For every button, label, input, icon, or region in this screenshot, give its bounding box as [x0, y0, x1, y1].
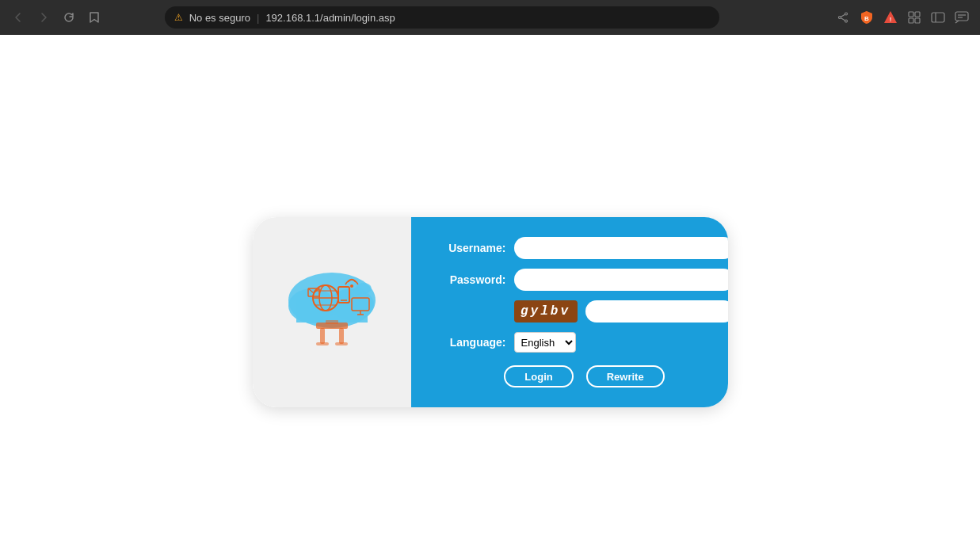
username-row: Username:	[435, 237, 728, 259]
svg-line-4	[841, 18, 845, 21]
svg-rect-40	[316, 342, 329, 345]
svg-text:!: !	[890, 16, 892, 23]
captcha-text: gylbv	[521, 304, 570, 319]
rewrite-button[interactable]: Rewrite	[586, 365, 665, 387]
url-display: 192.168.1.1/admin/login.asp	[265, 12, 395, 24]
captcha-row: gylbv	[435, 300, 728, 323]
back-button[interactable]	[10, 9, 27, 26]
url-separator: |	[257, 12, 259, 24]
cloud-illustration	[269, 249, 395, 376]
browser-right-icons: B !	[834, 9, 970, 26]
captcha-input[interactable]	[585, 300, 728, 323]
svg-point-32	[353, 287, 363, 295]
svg-point-30	[350, 284, 353, 288]
svg-point-0	[845, 13, 847, 15]
svg-rect-38	[320, 328, 325, 344]
vpn-button[interactable]: !	[882, 9, 899, 26]
leo-button[interactable]	[953, 9, 970, 26]
browser-chrome: ⚠ No es seguro | 192.168.1.1/admin/login…	[0, 0, 980, 35]
svg-rect-39	[339, 328, 344, 344]
bookmark-button[interactable]	[86, 9, 103, 26]
warning-icon: ⚠	[174, 12, 183, 23]
svg-rect-8	[909, 12, 913, 17]
svg-point-2	[838, 17, 841, 19]
page-content: Username: Password: gylbv Language:	[0, 35, 980, 542]
password-label: Password:	[435, 273, 506, 286]
buttons-row: Login Rewrite	[435, 365, 728, 387]
reload-button[interactable]	[60, 9, 78, 26]
password-input[interactable]	[514, 269, 728, 291]
language-select[interactable]: English Spanish Chinese	[514, 332, 576, 353]
svg-rect-41	[335, 342, 348, 345]
svg-text:B: B	[864, 15, 869, 22]
forward-button[interactable]	[35, 9, 52, 26]
sidebar-button[interactable]	[929, 9, 947, 26]
svg-rect-10	[909, 18, 913, 23]
svg-point-1	[845, 20, 847, 22]
left-panel	[253, 217, 411, 407]
username-label: Username:	[435, 242, 506, 254]
login-button[interactable]: Login	[504, 365, 573, 387]
login-card: Username: Password: gylbv Language:	[253, 217, 728, 407]
language-row: Language: English Spanish Chinese	[435, 332, 728, 353]
right-panel: Username: Password: gylbv Language:	[411, 217, 728, 407]
address-bar[interactable]: ⚠ No es seguro | 192.168.1.1/admin/login…	[165, 6, 719, 29]
password-row: Password:	[435, 269, 728, 291]
svg-line-3	[841, 14, 845, 17]
svg-rect-37	[326, 320, 338, 324]
warning-label: No es seguro	[189, 12, 250, 24]
share-button[interactable]	[834, 9, 852, 26]
svg-rect-9	[915, 12, 920, 17]
extensions-button[interactable]	[906, 9, 923, 26]
language-label: Language:	[435, 336, 506, 349]
svg-rect-14	[955, 12, 968, 21]
svg-rect-11	[915, 18, 920, 23]
username-input[interactable]	[514, 237, 728, 259]
svg-rect-12	[932, 13, 944, 22]
svg-rect-21	[296, 300, 368, 323]
brave-shield-button[interactable]: B	[858, 9, 875, 26]
captcha-image: gylbv	[514, 300, 578, 323]
